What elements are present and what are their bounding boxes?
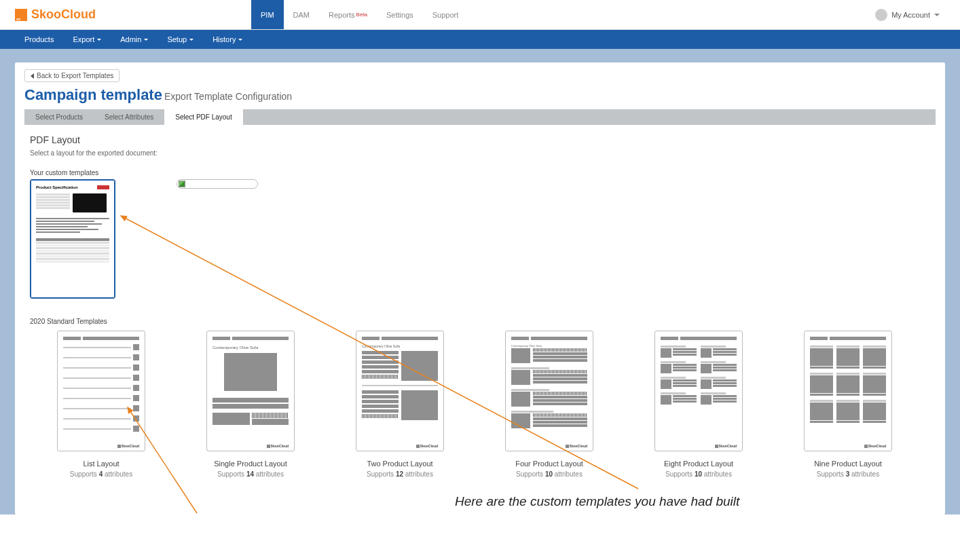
nav-settings[interactable]: Settings	[377, 0, 423, 29]
chevron-down-icon	[189, 39, 193, 41]
template-nine-product[interactable]: SkooCloud	[804, 331, 892, 451]
thumb-product-image-icon	[73, 193, 107, 212]
account-menu[interactable]: My Account	[875, 0, 960, 29]
template-single-product[interactable]: Contemporary Olive Sofa	[206, 331, 295, 451]
template-two-product[interactable]: Contemporary Olive Sofa	[356, 331, 444, 451]
template-supports: Supports 10 attributes	[516, 470, 583, 478]
custom-template-card[interactable]: Product Specification	[30, 179, 115, 299]
chevron-left-icon	[31, 73, 34, 79]
std-template-item: Contemporary Olive Sofa	[206, 331, 295, 478]
subnav-setup[interactable]: Setup	[158, 30, 203, 49]
chevron-down-icon	[97, 39, 101, 41]
page-subtitle: Export Template Configuration	[164, 91, 292, 102]
thumb-logo-icon	[97, 185, 109, 189]
secondary-nav: Products Export Admin Setup History	[0, 30, 960, 49]
template-name: Eight Product Layout	[664, 460, 733, 468]
section-subtitle: Select a layout for the exported documen…	[30, 149, 930, 157]
template-supports: Supports 12 attributes	[367, 470, 433, 478]
page-title: Campaign template	[24, 86, 162, 103]
template-supports: Supports 10 attributes	[665, 470, 732, 478]
template-eight-product[interactable]: SkooCloud	[654, 331, 743, 451]
beta-badge: Beta	[356, 12, 367, 18]
standard-templates-label: 2020 Standard Templates	[30, 318, 930, 325]
nav-dam[interactable]: DAM	[284, 0, 319, 29]
subnav-admin[interactable]: Admin	[111, 30, 158, 49]
chevron-down-icon	[144, 39, 148, 41]
brand-name: SkooCloud	[31, 7, 96, 22]
back-button[interactable]: Back to Export Templates	[24, 69, 119, 82]
config-tabs: Select Products Select Attributes Select…	[24, 109, 936, 125]
section-title: PDF Layout	[30, 134, 930, 145]
config-panel: Back to Export Templates Campaign templa…	[15, 62, 945, 515]
thumb-title: Product Specification	[36, 185, 78, 189]
template-name: Four Product Layout	[515, 460, 583, 468]
avatar-icon	[875, 9, 887, 21]
tab-select-products[interactable]: Select Products	[24, 109, 94, 125]
pdf-layout-section: PDF Layout Select a layout for the expor…	[24, 125, 936, 487]
subnav-products[interactable]: Products	[15, 30, 63, 49]
tab-select-attributes[interactable]: Select Attributes	[94, 109, 164, 125]
template-name: Single Product Layout	[214, 460, 287, 468]
top-bar: SkooCloud PIM DAM Reports Beta Settings …	[0, 0, 960, 30]
template-name: Two Product Layout	[367, 460, 432, 468]
nav-support[interactable]: Support	[423, 0, 468, 29]
template-supports: Supports 4 attributes	[70, 470, 132, 478]
content-area: Back to Export Templates Campaign templa…	[0, 49, 960, 515]
subnav-export[interactable]: Export	[63, 30, 111, 49]
std-template-item: SkooCloud Eight Product Layout Supports …	[654, 331, 743, 478]
chevron-down-icon	[238, 39, 242, 41]
tab-select-pdf-layout[interactable]: Select PDF Layout	[164, 109, 242, 125]
primary-nav: PIM DAM Reports Beta Settings Support	[251, 0, 468, 29]
custom-template-broken[interactable]	[177, 179, 258, 189]
logo-square-icon	[15, 9, 27, 21]
chevron-down-icon	[934, 14, 940, 16]
nav-pim[interactable]: PIM	[251, 0, 284, 29]
subnav-history[interactable]: History	[203, 30, 252, 49]
template-list-layout[interactable]: SkooCloud	[57, 331, 145, 451]
broken-image-icon	[179, 181, 185, 187]
template-supports: Supports 14 attributes	[217, 470, 284, 478]
nav-reports[interactable]: Reports Beta	[319, 0, 377, 29]
template-four-product[interactable]: Contemporary Olive Sofa	[505, 331, 593, 451]
annotation-custom: Here are the custom templates you have h…	[455, 494, 739, 509]
std-template-item: Contemporary Olive Sofa	[356, 331, 444, 478]
std-template-item: Contemporary Olive Sofa	[505, 331, 593, 478]
std-template-item: SkooCloud List Layout Supports 4 attribu…	[57, 331, 145, 478]
custom-templates-label: Your custom templates	[30, 169, 930, 176]
template-supports: Supports 3 attributes	[817, 470, 879, 478]
account-label: My Account	[891, 11, 930, 19]
std-template-item: SkooCloud Nine Product Layout Supports 3…	[804, 331, 892, 478]
custom-templates-row: Product Specification	[30, 179, 930, 299]
template-name: Nine Product Layout	[814, 460, 882, 468]
brand-logo[interactable]: SkooCloud	[0, 0, 251, 29]
standard-templates-grid: SkooCloud List Layout Supports 4 attribu…	[30, 328, 930, 478]
template-name: List Layout	[83, 460, 119, 468]
